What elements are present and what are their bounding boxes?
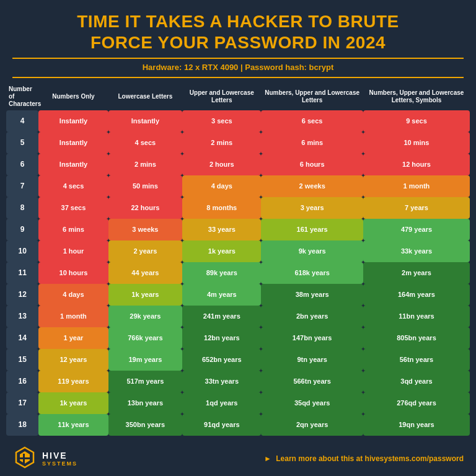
table-row: 1811k years350bn years91qd years2qn year… bbox=[6, 414, 470, 436]
table-wrapper: Number of Characters Numbers Only Lowerc… bbox=[0, 83, 476, 441]
cell-r6-c2: 2 years bbox=[108, 240, 183, 262]
cell-r2-c1: Instantly bbox=[38, 154, 108, 175]
table-row: 1512 years19m years652bn years9tn years5… bbox=[6, 349, 470, 371]
cell-r11-c3: 652bn years bbox=[182, 349, 261, 371]
table-row: 101 hour2 years1k years9k years33k years bbox=[6, 240, 470, 262]
cell-r12-c2: 517m years bbox=[108, 371, 183, 392]
col-header-num-upper-lower: Numbers, Upper and Lowercase Letters bbox=[261, 83, 363, 110]
cell-r11-c2: 19m years bbox=[108, 349, 183, 371]
table-row: 141 year766k years12bn years147bn years8… bbox=[6, 327, 470, 349]
char-count-cell: 13 bbox=[6, 306, 38, 327]
main-container: TIME IT TAKES A HACKER TO BRUTE FORCE YO… bbox=[0, 0, 476, 476]
cell-r4-c3: 8 months bbox=[182, 197, 261, 219]
cell-r2-c5: 12 hours bbox=[363, 154, 470, 175]
cell-r7-c2: 44 years bbox=[108, 262, 183, 284]
cell-r6-c1: 1 hour bbox=[38, 240, 108, 262]
cell-r3-c4: 2 weeks bbox=[261, 175, 363, 197]
cell-r5-c2: 3 weeks bbox=[108, 219, 183, 240]
cell-r2-c3: 2 hours bbox=[182, 154, 261, 175]
hive-logo-icon bbox=[12, 446, 37, 471]
char-count-cell: 17 bbox=[6, 392, 38, 414]
cell-r11-c5: 56tn years bbox=[363, 349, 470, 371]
cell-r5-c5: 479 years bbox=[363, 219, 470, 240]
table-row: 4InstantlyInstantly3 secs6 secs9 secs bbox=[6, 110, 470, 132]
table-row: 131 month29k years241m years2bn years11b… bbox=[6, 306, 470, 327]
col-header-all: Numbers, Upper and Lowercase Letters, Sy… bbox=[363, 83, 470, 110]
logo-area: HIVE SYSTEMS bbox=[12, 446, 77, 471]
table-row: 171k years13bn years1qd years35qd years2… bbox=[6, 392, 470, 414]
hive-label: HIVE bbox=[42, 451, 77, 461]
cell-r9-c1: 1 month bbox=[38, 306, 108, 327]
svg-rect-3 bbox=[20, 457, 30, 459]
table-row: 74 secs50 mins4 days2 weeks1 month bbox=[6, 175, 470, 197]
cell-r10-c3: 12bn years bbox=[182, 327, 261, 349]
char-count-cell: 15 bbox=[6, 349, 38, 371]
cell-r1-c1: Instantly bbox=[38, 132, 108, 154]
cell-r5-c3: 33 years bbox=[182, 219, 261, 240]
cell-r10-c1: 1 year bbox=[38, 327, 108, 349]
cell-r8-c5: 164m years bbox=[363, 284, 470, 306]
title-line2: FORCE YOUR PASSWORD IN bbox=[90, 33, 346, 52]
footer: HIVE SYSTEMS ► Learn more about this at … bbox=[0, 441, 476, 476]
logo-text: HIVE SYSTEMS bbox=[42, 451, 77, 467]
cell-r14-c4: 2qn years bbox=[261, 414, 363, 436]
char-count-cell: 11 bbox=[6, 262, 38, 284]
cell-r13-c5: 276qd years bbox=[363, 392, 470, 414]
char-count-cell: 18 bbox=[6, 414, 38, 436]
cell-r13-c4: 35qd years bbox=[261, 392, 363, 414]
cell-r14-c5: 19qn years bbox=[363, 414, 470, 436]
cell-r0-c1: Instantly bbox=[38, 110, 108, 132]
cell-r9-c2: 29k years bbox=[108, 306, 183, 327]
learn-more-text: Learn more about this at bbox=[276, 454, 364, 463]
cell-r4-c4: 3 years bbox=[261, 197, 363, 219]
cell-r9-c4: 2bn years bbox=[261, 306, 363, 327]
char-count-cell: 6 bbox=[6, 154, 38, 175]
cell-r5-c1: 6 mins bbox=[38, 219, 108, 240]
char-count-cell: 8 bbox=[6, 197, 38, 219]
char-count-cell: 12 bbox=[6, 284, 38, 306]
table-header-row: Number of Characters Numbers Only Lowerc… bbox=[6, 83, 470, 110]
cell-r1-c4: 6 mins bbox=[261, 132, 363, 154]
cell-r1-c2: 4 secs bbox=[108, 132, 183, 154]
cell-r10-c4: 147bn years bbox=[261, 327, 363, 349]
col-header-chars: Number of Characters bbox=[6, 83, 38, 110]
cell-r10-c2: 766k years bbox=[108, 327, 183, 349]
cell-r0-c2: Instantly bbox=[108, 110, 183, 132]
col-header-lower: Lowercase Letters bbox=[108, 83, 183, 110]
cell-r4-c2: 22 hours bbox=[108, 197, 183, 219]
cell-r8-c4: 38m years bbox=[261, 284, 363, 306]
cell-r8-c3: 4m years bbox=[182, 284, 261, 306]
cell-r13-c2: 13bn years bbox=[108, 392, 183, 414]
title: TIME IT TAKES A HACKER TO BRUTE FORCE YO… bbox=[12, 11, 464, 53]
subtitle: Hardware: 12 x RTX 4090 | Password hash:… bbox=[12, 58, 464, 78]
table-row: 124 days1k years4m years38m years164m ye… bbox=[6, 284, 470, 306]
cell-r3-c3: 4 days bbox=[182, 175, 261, 197]
arrow-icon: ► bbox=[264, 454, 271, 463]
cell-r1-c3: 2 mins bbox=[182, 132, 261, 154]
table-row: 6Instantly2 mins2 hours6 hours12 hours bbox=[6, 154, 470, 175]
cell-r12-c1: 119 years bbox=[38, 371, 108, 392]
cell-r6-c5: 33k years bbox=[363, 240, 470, 262]
char-count-cell: 7 bbox=[6, 175, 38, 197]
table-row: 837 secs22 hours8 months3 years7 years bbox=[6, 197, 470, 219]
cell-r12-c4: 566tn years bbox=[261, 371, 363, 392]
cell-r13-c1: 1k years bbox=[38, 392, 108, 414]
cell-r1-c5: 10 mins bbox=[363, 132, 470, 154]
cell-r7-c5: 2m years bbox=[363, 262, 470, 284]
table-row: 1110 hours44 years89k years618k years2m … bbox=[6, 262, 470, 284]
char-count-cell: 10 bbox=[6, 240, 38, 262]
char-count-cell: 5 bbox=[6, 132, 38, 154]
char-count-cell: 14 bbox=[6, 327, 38, 349]
cell-r10-c5: 805bn years bbox=[363, 327, 470, 349]
cell-r8-c1: 4 days bbox=[38, 284, 108, 306]
cell-r3-c5: 1 month bbox=[363, 175, 470, 197]
col-header-upper-lower: Upper and Lowercase Letters bbox=[182, 83, 261, 110]
char-count-cell: 16 bbox=[6, 371, 38, 392]
cell-r7-c3: 89k years bbox=[182, 262, 261, 284]
char-count-cell: 4 bbox=[6, 110, 38, 132]
cell-r13-c3: 1qd years bbox=[182, 392, 261, 414]
cell-r4-c1: 37 secs bbox=[38, 197, 108, 219]
cell-r0-c5: 9 secs bbox=[363, 110, 470, 132]
cell-r6-c3: 1k years bbox=[182, 240, 261, 262]
cell-r7-c4: 618k years bbox=[261, 262, 363, 284]
